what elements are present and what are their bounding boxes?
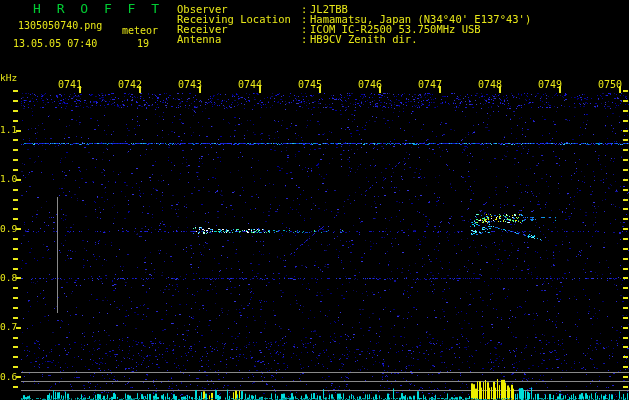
time-label: 0746 bbox=[358, 80, 382, 90]
echo-count: 19 bbox=[137, 39, 149, 49]
freq-label: 0.9 bbox=[0, 224, 17, 234]
info-label: Antenna bbox=[177, 34, 221, 44]
info-separator: : bbox=[301, 34, 307, 44]
freq-label: 0.7 bbox=[0, 322, 17, 332]
time-label: 0748 bbox=[478, 80, 502, 90]
hrofft-window: H R O F F T 1305050740.png meteor 13.05.… bbox=[0, 0, 629, 400]
datetime-label: 13.05.05 07:40 bbox=[13, 39, 97, 49]
filename-label: 1305050740.png bbox=[18, 21, 102, 31]
time-label: 0743 bbox=[178, 80, 202, 90]
info-value: HB9CV Zenith dir. bbox=[310, 34, 417, 44]
app-title: H R O F F T bbox=[33, 2, 163, 16]
time-label: 0747 bbox=[418, 80, 442, 90]
freq-label: 0.6 bbox=[0, 372, 17, 382]
freq-label: 1.1 bbox=[0, 125, 17, 135]
freq-axis-unit: kHz bbox=[0, 73, 17, 83]
spectrogram-canvas bbox=[0, 0, 629, 400]
mode-label: meteor bbox=[122, 26, 158, 36]
time-label: 0750 bbox=[598, 80, 622, 90]
time-label: 0741 bbox=[58, 80, 82, 90]
time-label: 0744 bbox=[238, 80, 262, 90]
time-label: 0749 bbox=[538, 80, 562, 90]
time-label: 0745 bbox=[298, 80, 322, 90]
time-label: 0742 bbox=[118, 80, 142, 90]
freq-label: 0.8 bbox=[0, 273, 17, 283]
freq-label: 1.0 bbox=[0, 174, 17, 184]
